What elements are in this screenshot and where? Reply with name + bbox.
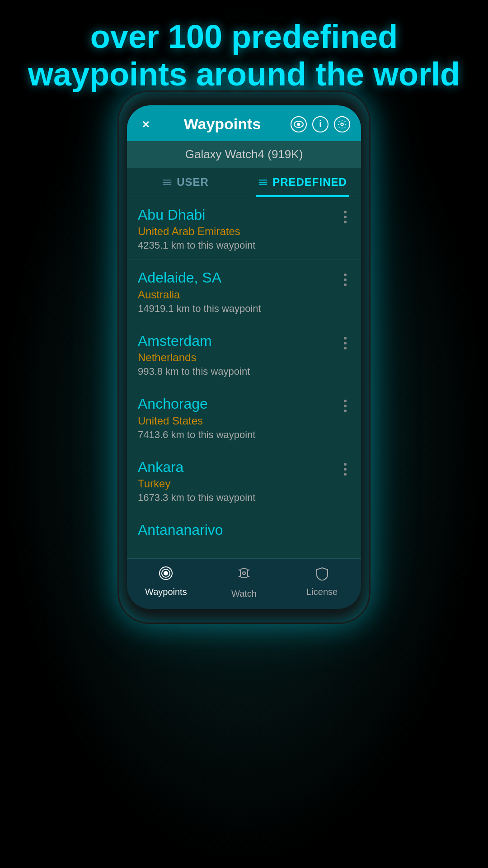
nav-waypoints-label: Waypoints (145, 587, 187, 597)
svg-rect-13 (240, 569, 248, 578)
waypoints-nav-icon (159, 566, 173, 584)
app-bar: × Waypoints i (127, 105, 361, 141)
svg-line-15 (239, 576, 240, 577)
waypoint-city: Adelaide, SA (138, 269, 340, 286)
svg-point-11 (164, 571, 168, 576)
tab-user[interactable]: USER (127, 168, 244, 197)
headline-line1: over 100 predefined (90, 19, 398, 55)
svg-point-1 (297, 123, 300, 126)
list-item: Adelaide, SA Australia 14919.1 km to thi… (127, 260, 361, 323)
tab-predefined[interactable]: PREDEFINED (244, 168, 361, 197)
waypoint-info: Amsterdam Netherlands 993.8 km to this w… (138, 332, 340, 377)
device-bar: Galaxy Watch4 (919K) (127, 141, 361, 168)
waypoint-city: Anchorage (138, 395, 340, 412)
waypoint-country: United States (138, 415, 340, 427)
info-icon-button[interactable]: i (312, 116, 328, 132)
phone-screen: × Waypoints i (127, 105, 361, 609)
waypoint-info: Abu Dhabi United Arab Emirates 4235.1 km… (138, 206, 340, 251)
waypoint-distance: 7413.6 km to this waypoint (138, 429, 340, 441)
svg-line-17 (248, 576, 249, 577)
list-item: Amsterdam Netherlands 993.8 km to this w… (127, 323, 361, 386)
nav-watch-label: Watch (231, 589, 257, 599)
waypoint-country: Turkey (138, 477, 340, 490)
headline: over 100 predefined waypoints around the… (0, 18, 488, 93)
waypoint-country: Australia (138, 288, 340, 301)
list-item: Abu Dhabi United Arab Emirates 4235.1 km… (127, 197, 361, 260)
waypoint-distance: 14919.1 km to this waypoint (138, 303, 340, 315)
waypoint-menu-button[interactable] (340, 269, 350, 288)
waypoint-city: Amsterdam (138, 332, 340, 349)
nav-watch[interactable]: Watch (205, 563, 283, 602)
waypoint-distance: 4235.1 km to this waypoint (138, 240, 340, 251)
license-nav-icon (315, 566, 329, 584)
waypoint-distance: 1673.3 km to this waypoint (138, 492, 340, 504)
waypoint-info: Anchorage United States 7413.6 km to thi… (138, 395, 340, 440)
app-title: Waypoints (160, 115, 285, 133)
device-name: Galaxy Watch4 (919K) (185, 147, 303, 161)
list-item: Ankara Turkey 1673.3 km to this waypoint (127, 449, 361, 512)
waypoint-country: Netherlands (138, 351, 340, 364)
waypoint-info: Adelaide, SA Australia 14919.1 km to thi… (138, 269, 340, 314)
svg-point-18 (243, 572, 245, 575)
waypoint-country: United Arab Emirates (138, 225, 340, 238)
nav-license-label: License (306, 587, 338, 597)
settings-icon-button[interactable] (334, 116, 350, 132)
waypoint-info: Ankara Turkey 1673.3 km to this waypoint (138, 458, 340, 504)
waypoint-menu-button[interactable] (340, 458, 350, 477)
waypoint-city: Abu Dhabi (138, 206, 340, 223)
nav-waypoints[interactable]: Waypoints (127, 563, 205, 602)
waypoint-list: Abu Dhabi United Arab Emirates 4235.1 km… (127, 197, 361, 558)
waypoint-menu-button[interactable] (340, 332, 350, 351)
waypoint-menu-button[interactable] (340, 206, 350, 225)
eye-icon (294, 121, 304, 128)
waypoint-menu-button[interactable] (340, 395, 350, 414)
nav-license[interactable]: License (283, 563, 361, 602)
info-icon: i (319, 119, 322, 129)
eye-icon-button[interactable] (291, 116, 307, 132)
tab-predefined-label: PREDEFINED (272, 176, 347, 189)
svg-line-16 (248, 570, 249, 571)
tabs: USER PREDEFINED (127, 168, 361, 197)
phone-shell: × Waypoints i (117, 90, 371, 624)
waypoint-distance: 993.8 km to this waypoint (138, 366, 340, 377)
waypoint-city: Ankara (138, 458, 340, 476)
tab-user-label: USER (177, 176, 209, 189)
user-list-icon (162, 178, 172, 186)
svg-line-14 (239, 570, 240, 571)
close-button[interactable]: × (138, 117, 154, 132)
gear-icon (337, 119, 347, 129)
bottom-nav: Waypoints Watch (127, 558, 361, 609)
waypoint-city: Antananarivo (138, 521, 350, 538)
waypoint-info: Antananarivo (138, 521, 350, 540)
watch-nav-icon (237, 566, 251, 586)
predefined-list-icon (258, 178, 268, 186)
svg-point-2 (341, 123, 343, 126)
list-item: Antananarivo (127, 512, 361, 545)
list-item: Anchorage United States 7413.6 km to thi… (127, 386, 361, 449)
phone-wrapper: × Waypoints i (117, 90, 371, 624)
headline-line2: waypoints around the world (28, 56, 460, 92)
